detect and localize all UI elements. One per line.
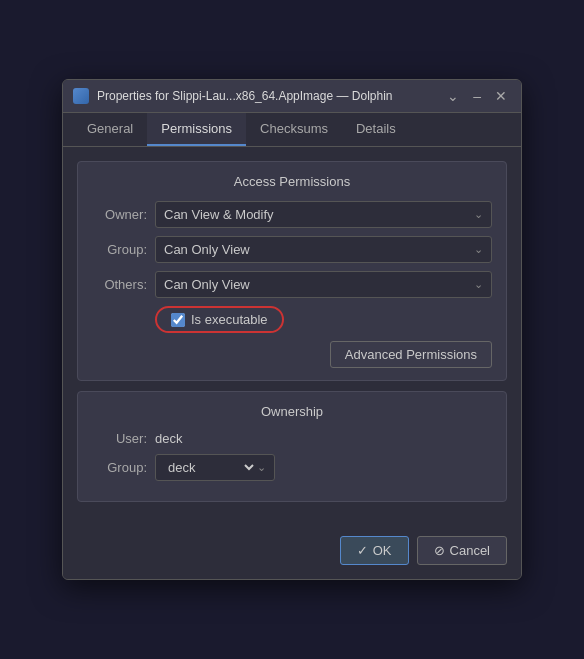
executable-label: Is executable — [191, 312, 268, 327]
group-perm-row: Group: Can Only View Can View & Modify ⌄ — [92, 236, 492, 263]
executable-highlight: Is executable — [155, 306, 284, 333]
advanced-permissions-button[interactable]: Advanced Permissions — [330, 341, 492, 368]
group-perm-label: Group: — [92, 242, 147, 257]
access-permissions-section: Access Permissions Owner: Can View & Mod… — [77, 161, 507, 381]
app-icon — [73, 88, 89, 104]
executable-row: Is executable — [92, 306, 492, 333]
others-row: Others: Can Only View Can View & Modify … — [92, 271, 492, 298]
ownership-group-chevron-icon: ⌄ — [257, 461, 266, 474]
tab-checksums[interactable]: Checksums — [246, 113, 342, 146]
cancel-label: Cancel — [450, 543, 490, 558]
minimize-button[interactable]: – — [469, 89, 485, 103]
owner-select[interactable]: Can View & Modify Can View Only — [156, 202, 491, 227]
advanced-btn-row: Advanced Permissions — [92, 341, 492, 368]
user-value: deck — [155, 431, 182, 446]
owner-label: Owner: — [92, 207, 147, 222]
others-select-wrapper[interactable]: Can Only View Can View & Modify ⌄ — [155, 271, 492, 298]
owner-row: Owner: Can View & Modify Can View Only ⌄ — [92, 201, 492, 228]
group-select-wrapper[interactable]: Can Only View Can View & Modify ⌄ — [155, 236, 492, 263]
cancel-icon: ⊘ — [434, 543, 445, 558]
cancel-button[interactable]: ⊘ Cancel — [417, 536, 507, 565]
ownership-title: Ownership — [92, 404, 492, 419]
ownership-group-select[interactable]: deck users root — [164, 459, 257, 476]
ownership-group-label: Group: — [92, 460, 147, 475]
window-controls: ⌄ – ✕ — [443, 89, 511, 103]
titlebar: Properties for Slippi-Lau...x86_64.AppIm… — [63, 80, 521, 113]
content-area: Access Permissions Owner: Can View & Mod… — [63, 147, 521, 526]
tab-permissions[interactable]: Permissions — [147, 113, 246, 146]
main-window: Properties for Slippi-Lau...x86_64.AppIm… — [62, 79, 522, 580]
tab-general[interactable]: General — [73, 113, 147, 146]
user-row: User: deck — [92, 431, 492, 446]
ok-icon: ✓ — [357, 543, 368, 558]
ownership-group-select-wrapper[interactable]: deck users root ⌄ — [155, 454, 275, 481]
tab-details[interactable]: Details — [342, 113, 410, 146]
chevron-down-button[interactable]: ⌄ — [443, 89, 463, 103]
executable-checkbox[interactable] — [171, 313, 185, 327]
ownership-section: Ownership User: deck Group: deck users r… — [77, 391, 507, 502]
owner-select-wrapper[interactable]: Can View & Modify Can View Only ⌄ — [155, 201, 492, 228]
ok-button[interactable]: ✓ OK — [340, 536, 409, 565]
dialog-footer: ✓ OK ⊘ Cancel — [63, 526, 521, 579]
others-select[interactable]: Can Only View Can View & Modify — [156, 272, 491, 297]
access-permissions-title: Access Permissions — [92, 174, 492, 189]
close-button[interactable]: ✕ — [491, 89, 511, 103]
ownership-group-row: Group: deck users root ⌄ — [92, 454, 492, 481]
user-label: User: — [92, 431, 147, 446]
tab-bar: General Permissions Checksums Details — [63, 113, 521, 147]
ok-label: OK — [373, 543, 392, 558]
window-title: Properties for Slippi-Lau...x86_64.AppIm… — [97, 89, 435, 103]
others-label: Others: — [92, 277, 147, 292]
group-select[interactable]: Can Only View Can View & Modify — [156, 237, 491, 262]
